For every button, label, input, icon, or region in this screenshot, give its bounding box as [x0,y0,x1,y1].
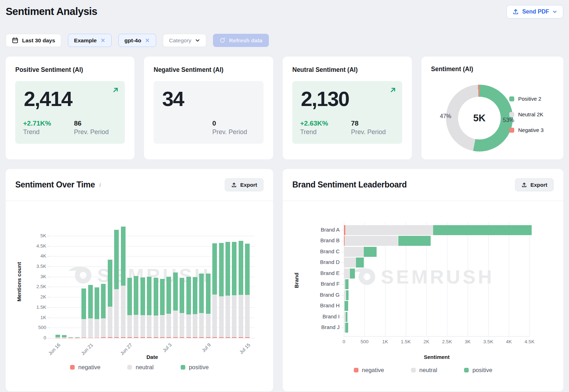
time-bar-segment-neutral[interactable] [225,296,230,338]
time-bar-segment-neutral[interactable] [199,313,204,337]
time-bar-segment-negative[interactable] [225,337,230,338]
time-bar-segment-positive[interactable] [75,337,80,338]
brand-bar-segment-neutral[interactable] [345,236,398,246]
legend-item-positive[interactable]: positive [464,367,492,374]
time-bar-segment-negative[interactable] [173,337,178,338]
time-bar-segment-negative[interactable] [101,337,106,338]
time-bar-segment-positive[interactable] [206,274,211,314]
time-bar-segment-neutral[interactable] [75,338,80,338]
time-bar-segment-negative[interactable] [186,337,191,338]
time-bar-segment-positive[interactable] [101,284,106,319]
time-bar-segment-negative[interactable] [95,338,99,338]
brand-bar-segment-positive[interactable] [346,290,349,300]
time-bar-segment-negative[interactable] [55,338,60,338]
time-bar-segment-negative[interactable] [166,337,171,338]
time-bar-segment-neutral[interactable] [114,289,119,337]
time-bar-segment-neutral[interactable] [186,314,191,337]
time-bar-segment-neutral[interactable] [154,316,158,337]
time-bar-segment-negative[interactable] [108,337,112,338]
time-bar-segment-positive[interactable] [55,335,60,337]
time-bar-segment-negative[interactable] [127,337,132,338]
brand-bar-segment-neutral[interactable] [344,258,356,267]
time-bar-segment-positive[interactable] [121,227,126,286]
time-bar-segment-positive[interactable] [147,277,151,315]
time-bar-segment-positive[interactable] [239,241,243,295]
time-bar-segment-positive[interactable] [166,277,171,314]
time-bar-segment-neutral[interactable] [245,295,250,338]
time-bar-segment-neutral[interactable] [140,315,145,337]
time-bar-segment-negative[interactable] [206,337,211,338]
time-bar-segment-positive[interactable] [154,278,158,316]
brand-bar-segment-neutral[interactable] [345,225,433,235]
info-icon[interactable] [99,181,101,189]
time-bar-segment-negative[interactable] [114,337,119,338]
time-bar-segment-negative[interactable] [160,337,165,338]
time-bar-segment-positive[interactable] [160,279,165,315]
legend-item-negative[interactable]: Negative 3 [509,127,544,133]
brand-bar-segment-positive[interactable] [345,279,349,289]
time-bar-segment-neutral[interactable] [193,314,197,337]
time-bar-segment-neutral[interactable] [101,318,106,337]
time-bar-segment-positive[interactable] [212,243,217,295]
date-range-chip[interactable]: Last 30 days [6,34,61,47]
time-bar-segment-negative[interactable] [245,337,250,338]
time-bar-segment-neutral[interactable] [95,319,99,337]
time-bar-segment-negative[interactable] [199,337,204,338]
time-bar-segment-negative[interactable] [193,337,197,338]
filter-chip-gpt4o[interactable]: gpt-4o [118,34,156,47]
brand-bar-segment-positive[interactable] [364,247,377,257]
refresh-data-button[interactable]: Refresh data [213,34,269,47]
time-bar-segment-negative[interactable] [239,337,243,338]
time-bar-segment-positive[interactable] [108,260,112,307]
brand-bar-segment-positive[interactable] [346,312,347,322]
time-bar-segment-positive[interactable] [62,335,67,337]
brand-bar-segment-positive[interactable] [345,301,348,311]
time-bar-segment-neutral[interactable] [62,337,67,338]
time-bar-segment-positive[interactable] [180,278,184,313]
time-bar-segment-neutral[interactable] [180,313,184,337]
legend-item-negative[interactable]: negative [354,367,384,374]
time-bar-segment-neutral[interactable] [68,338,73,338]
time-bar-segment-positive[interactable] [95,287,99,319]
filter-chip-example[interactable]: Example [68,34,112,47]
time-bar-segment-neutral[interactable] [88,318,93,337]
time-bar-segment-neutral[interactable] [206,314,211,338]
time-bar-segment-neutral[interactable] [127,315,132,337]
brand-bar-segment-positive[interactable] [433,225,532,235]
time-bar-segment-neutral[interactable] [108,307,112,337]
time-bar-segment-positive[interactable] [140,277,145,315]
time-bar-segment-negative[interactable] [232,337,236,338]
time-bar-segment-negative[interactable] [121,337,126,338]
category-dropdown[interactable]: Category [163,34,206,47]
time-bar-segment-neutral[interactable] [166,314,171,337]
time-bar-segment-neutral[interactable] [55,337,60,338]
time-bar-segment-positive[interactable] [219,243,224,297]
time-bar-segment-neutral[interactable] [239,295,243,337]
close-icon[interactable] [145,38,150,43]
time-bar-segment-neutral[interactable] [81,319,86,338]
time-bar-segment-positive[interactable] [193,277,197,314]
brand-bar-segment-neutral[interactable] [344,269,350,279]
legend-item-neutral[interactable]: neutral [411,367,437,374]
time-bar-segment-negative[interactable] [81,338,86,338]
brand-bar-segment-positive[interactable] [350,269,355,279]
time-bar-segment-positive[interactable] [68,337,73,338]
time-bar-segment-positive[interactable] [225,242,230,296]
time-bar-segment-positive[interactable] [114,230,119,289]
legend-item-positive[interactable]: Positive 2 [509,96,541,102]
time-bar-segment-positive[interactable] [232,242,236,295]
time-bar-segment-neutral[interactable] [219,296,224,337]
brand-bar-segment-positive[interactable] [345,323,348,333]
time-bar-segment-neutral[interactable] [160,316,165,338]
time-bar-segment-positive[interactable] [186,277,191,314]
time-bar-segment-negative[interactable] [219,337,224,338]
time-bar-segment-neutral[interactable] [232,295,236,337]
time-bar-segment-positive[interactable] [199,274,204,313]
export-button[interactable]: Export [515,178,554,191]
brand-bar-segment-positive[interactable] [356,258,364,267]
export-button[interactable]: Export [225,178,264,191]
brand-bar-segment-positive[interactable] [398,236,431,246]
send-pdf-button[interactable]: Send PDF [506,5,563,18]
time-bar-segment-negative[interactable] [180,337,184,338]
time-bar-segment-negative[interactable] [154,337,158,338]
